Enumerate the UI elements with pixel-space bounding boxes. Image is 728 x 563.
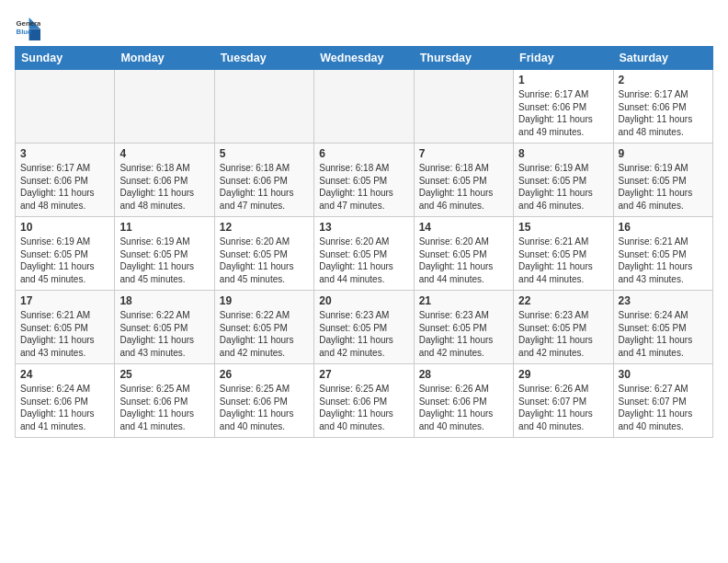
day-number: 24 [20, 368, 109, 381]
calendar-week-row: 24Sunrise: 6:24 AMSunset: 6:06 PMDayligh… [16, 364, 713, 438]
day-number: 30 [619, 368, 708, 381]
day-number: 15 [518, 221, 608, 234]
calendar-cell: 7Sunrise: 6:18 AMSunset: 6:05 PMDaylight… [414, 144, 513, 217]
calendar-cell: 22Sunrise: 6:23 AMSunset: 6:05 PMDayligh… [514, 291, 613, 364]
day-info: Sunrise: 6:22 AMSunset: 6:05 PMDaylight:… [220, 309, 309, 359]
day-info: Sunrise: 6:17 AMSunset: 6:06 PMDaylight:… [619, 88, 708, 138]
weekday-header: Sunday [16, 47, 115, 70]
day-info: Sunrise: 6:20 AMSunset: 6:05 PMDaylight:… [220, 236, 309, 285]
day-number: 29 [518, 368, 608, 381]
day-info: Sunrise: 6:21 AMSunset: 6:05 PMDaylight:… [518, 236, 608, 285]
day-info: Sunrise: 6:17 AMSunset: 6:06 PMDaylight:… [20, 162, 109, 212]
calendar-cell [314, 70, 414, 144]
calendar-cell: 30Sunrise: 6:27 AMSunset: 6:07 PMDayligh… [613, 364, 712, 438]
day-number: 22 [518, 294, 608, 307]
calendar-cell: 17Sunrise: 6:21 AMSunset: 6:05 PMDayligh… [16, 291, 115, 364]
calendar-cell: 16Sunrise: 6:21 AMSunset: 6:05 PMDayligh… [613, 217, 712, 291]
day-info: Sunrise: 6:18 AMSunset: 6:05 PMDaylight:… [319, 162, 408, 212]
day-info: Sunrise: 6:19 AMSunset: 6:05 PMDaylight:… [518, 162, 608, 212]
calendar-week-row: 10Sunrise: 6:19 AMSunset: 6:05 PMDayligh… [16, 217, 713, 291]
day-number: 16 [619, 221, 708, 234]
day-info: Sunrise: 6:18 AMSunset: 6:06 PMDaylight:… [119, 162, 209, 212]
day-info: Sunrise: 6:25 AMSunset: 6:06 PMDaylight:… [319, 383, 408, 432]
calendar-cell [16, 70, 115, 144]
weekday-header: Thursday [414, 47, 513, 70]
calendar-cell: 10Sunrise: 6:19 AMSunset: 6:05 PMDayligh… [16, 217, 115, 291]
day-info: Sunrise: 6:23 AMSunset: 6:05 PMDaylight:… [419, 309, 508, 359]
calendar-cell: 23Sunrise: 6:24 AMSunset: 6:05 PMDayligh… [613, 291, 712, 364]
calendar-cell: 25Sunrise: 6:25 AMSunset: 6:06 PMDayligh… [115, 364, 214, 438]
day-number: 20 [319, 294, 408, 307]
calendar-cell: 2Sunrise: 6:17 AMSunset: 6:06 PMDaylight… [613, 70, 712, 144]
day-info: Sunrise: 6:19 AMSunset: 6:05 PMDaylight:… [119, 236, 209, 285]
calendar-cell: 18Sunrise: 6:22 AMSunset: 6:05 PMDayligh… [115, 291, 214, 364]
calendar-cell: 11Sunrise: 6:19 AMSunset: 6:05 PMDayligh… [115, 217, 214, 291]
day-info: Sunrise: 6:18 AMSunset: 6:06 PMDaylight:… [220, 162, 309, 212]
day-number: 3 [20, 147, 109, 160]
logo-area: General Blue [15, 9, 40, 40]
day-number: 2 [619, 74, 708, 86]
calendar-cell: 26Sunrise: 6:25 AMSunset: 6:06 PMDayligh… [214, 364, 313, 438]
calendar-cell: 24Sunrise: 6:24 AMSunset: 6:06 PMDayligh… [16, 364, 115, 438]
day-number: 23 [619, 294, 708, 307]
day-number: 18 [119, 294, 209, 307]
day-number: 19 [220, 294, 309, 307]
day-number: 14 [419, 221, 508, 234]
calendar-cell: 9Sunrise: 6:19 AMSunset: 6:05 PMDaylight… [613, 144, 712, 217]
day-info: Sunrise: 6:19 AMSunset: 6:05 PMDaylight:… [619, 162, 708, 212]
calendar-cell: 12Sunrise: 6:20 AMSunset: 6:05 PMDayligh… [214, 217, 313, 291]
calendar-cell [115, 70, 214, 144]
day-number: 11 [119, 221, 209, 234]
day-info: Sunrise: 6:19 AMSunset: 6:05 PMDaylight:… [20, 236, 109, 285]
calendar-week-row: 3Sunrise: 6:17 AMSunset: 6:06 PMDaylight… [16, 144, 713, 217]
day-number: 4 [119, 147, 209, 160]
day-info: Sunrise: 6:24 AMSunset: 6:05 PMDaylight:… [619, 309, 708, 359]
calendar-cell: 3Sunrise: 6:17 AMSunset: 6:06 PMDaylight… [16, 144, 115, 217]
calendar-cell: 14Sunrise: 6:20 AMSunset: 6:05 PMDayligh… [414, 217, 513, 291]
day-number: 13 [319, 221, 408, 234]
calendar-cell: 6Sunrise: 6:18 AMSunset: 6:05 PMDaylight… [314, 144, 414, 217]
day-number: 12 [220, 221, 309, 234]
day-number: 21 [419, 294, 508, 307]
calendar-cell: 13Sunrise: 6:20 AMSunset: 6:05 PMDayligh… [314, 217, 414, 291]
day-number: 9 [619, 147, 708, 160]
day-number: 17 [20, 294, 109, 307]
weekday-header: Friday [514, 47, 613, 70]
day-info: Sunrise: 6:24 AMSunset: 6:06 PMDaylight:… [20, 383, 109, 432]
day-number: 25 [119, 368, 209, 381]
day-number: 26 [220, 368, 309, 381]
calendar-cell: 4Sunrise: 6:18 AMSunset: 6:06 PMDaylight… [115, 144, 214, 217]
weekday-header: Monday [115, 47, 214, 70]
page-header: General Blue [15, 9, 713, 40]
calendar-cell: 19Sunrise: 6:22 AMSunset: 6:05 PMDayligh… [214, 291, 313, 364]
day-info: Sunrise: 6:20 AMSunset: 6:05 PMDaylight:… [319, 236, 408, 285]
day-number: 27 [319, 368, 408, 381]
calendar-cell: 27Sunrise: 6:25 AMSunset: 6:06 PMDayligh… [314, 364, 414, 438]
calendar-cell: 8Sunrise: 6:19 AMSunset: 6:05 PMDaylight… [514, 144, 613, 217]
calendar-cell: 21Sunrise: 6:23 AMSunset: 6:05 PMDayligh… [414, 291, 513, 364]
calendar-cell [214, 70, 313, 144]
calendar-table: SundayMondayTuesdayWednesdayThursdayFrid… [15, 46, 713, 438]
calendar-cell: 20Sunrise: 6:23 AMSunset: 6:05 PMDayligh… [314, 291, 414, 364]
general-blue-logo-icon: General Blue [15, 15, 40, 40]
day-info: Sunrise: 6:23 AMSunset: 6:05 PMDaylight:… [518, 309, 608, 359]
day-info: Sunrise: 6:26 AMSunset: 6:07 PMDaylight:… [518, 383, 608, 432]
day-info: Sunrise: 6:21 AMSunset: 6:05 PMDaylight:… [619, 236, 708, 285]
day-info: Sunrise: 6:21 AMSunset: 6:05 PMDaylight:… [20, 309, 109, 359]
day-info: Sunrise: 6:25 AMSunset: 6:06 PMDaylight:… [220, 383, 309, 432]
day-info: Sunrise: 6:25 AMSunset: 6:06 PMDaylight:… [119, 383, 209, 432]
weekday-header: Wednesday [314, 47, 414, 70]
calendar-week-row: 1Sunrise: 6:17 AMSunset: 6:06 PMDaylight… [16, 70, 713, 144]
calendar-cell: 15Sunrise: 6:21 AMSunset: 6:05 PMDayligh… [514, 217, 613, 291]
day-number: 6 [319, 147, 408, 160]
day-number: 5 [220, 147, 309, 160]
day-info: Sunrise: 6:20 AMSunset: 6:05 PMDaylight:… [419, 236, 508, 285]
day-info: Sunrise: 6:17 AMSunset: 6:06 PMDaylight:… [518, 88, 608, 138]
day-number: 7 [419, 147, 508, 160]
svg-text:General: General [17, 19, 40, 28]
calendar-cell [414, 70, 513, 144]
day-info: Sunrise: 6:26 AMSunset: 6:06 PMDaylight:… [419, 383, 508, 432]
day-info: Sunrise: 6:22 AMSunset: 6:05 PMDaylight:… [119, 309, 209, 359]
calendar-cell: 5Sunrise: 6:18 AMSunset: 6:06 PMDaylight… [214, 144, 313, 217]
svg-text:Blue: Blue [17, 28, 33, 36]
